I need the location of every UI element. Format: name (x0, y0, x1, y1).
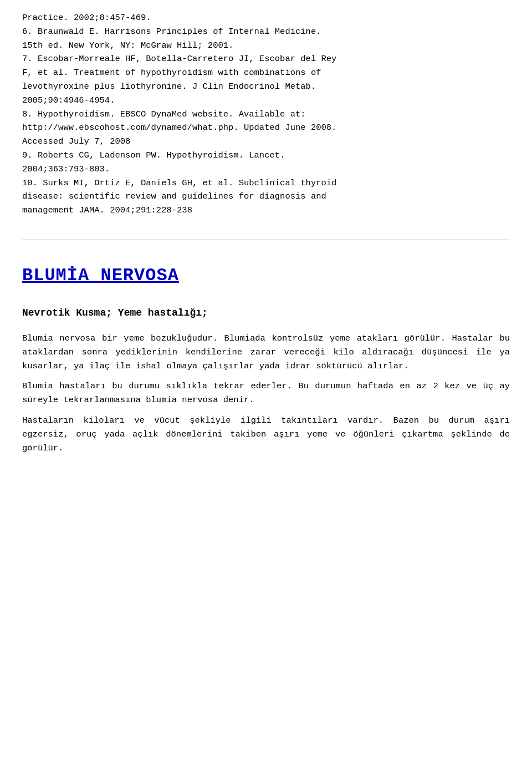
reference-line-3: 15th ed. New York, NY: McGraw Hill; 2001… (22, 39, 510, 53)
reference-line-15: management JAMA. 2004;291:228-238 (22, 204, 510, 217)
reference-line-13: 10. Surks MI, Ortiz E, Daniels GH, et al… (22, 176, 510, 190)
reference-line-12: 2004;363:793-803. (22, 163, 510, 176)
blumia-subtitle: Nevrotik Kusma; Yeme hastalığı; (22, 306, 510, 321)
reference-line-9: http://www.ebscohost.com/dynamed/what.ph… (22, 121, 510, 135)
section-divider (22, 240, 510, 240)
reference-line-5: F, et al. Treatment of hypothyroidism wi… (22, 66, 510, 80)
reference-line-14: disease: scientific review and guideline… (22, 190, 510, 204)
reference-line-11: 9. Roberts CG, Ladenson PW. Hypothyroidi… (22, 149, 510, 163)
reference-line-10: Accessed July 7, 2008 (22, 135, 510, 149)
reference-line-6: levothyroxine plus liothyronine. J Clin … (22, 80, 510, 94)
blumia-title: BLUMİA NERVOSA (22, 262, 510, 289)
reference-line-4: 7. Escobar-Morreale HF, Botella-Carreter… (22, 52, 510, 66)
blumia-nervosa-section: BLUMİA NERVOSA Nevrotik Kusma; Yeme hast… (22, 262, 510, 455)
blumia-paragraph-3: Hastaların kiloları ve vücut şekliyle il… (22, 414, 510, 455)
reference-line-2: 6. Braunwald E. Harrisons Principles of … (22, 25, 510, 39)
blumia-paragraph-2: Blumia hastaları bu durumu sıklıkla tekr… (22, 379, 510, 407)
references-section: Practice. 2002;8:457-469. 6. Braunwald E… (22, 11, 510, 217)
reference-line-8: 8. Hypothyroidism. EBSCO DynaMed website… (22, 108, 510, 121)
blumia-paragraph-1: Blumia nervosa bir yeme bozukluğudur. Bl… (22, 332, 510, 373)
reference-line-1: Practice. 2002;8:457-469. (22, 11, 510, 25)
reference-line-7: 2005;90:4946-4954. (22, 94, 510, 108)
